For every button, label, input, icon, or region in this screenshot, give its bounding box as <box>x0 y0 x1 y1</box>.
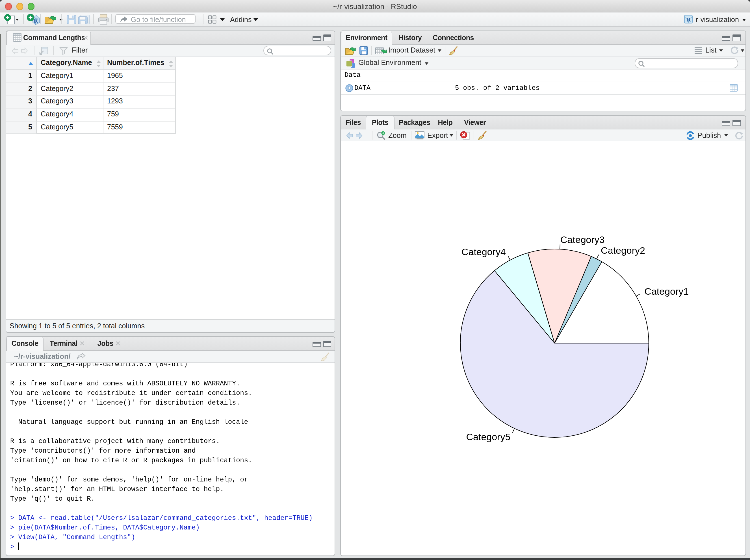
svg-text:Category4: Category4 <box>461 246 506 257</box>
svg-text:R: R <box>34 17 38 24</box>
svg-text:Category3: Category3 <box>560 234 605 245</box>
svg-text:Category5: Category5 <box>466 431 510 442</box>
svg-text:Category1: Category1 <box>644 286 689 296</box>
svg-text:R: R <box>687 16 691 23</box>
svg-text:Category2: Category2 <box>601 245 645 255</box>
